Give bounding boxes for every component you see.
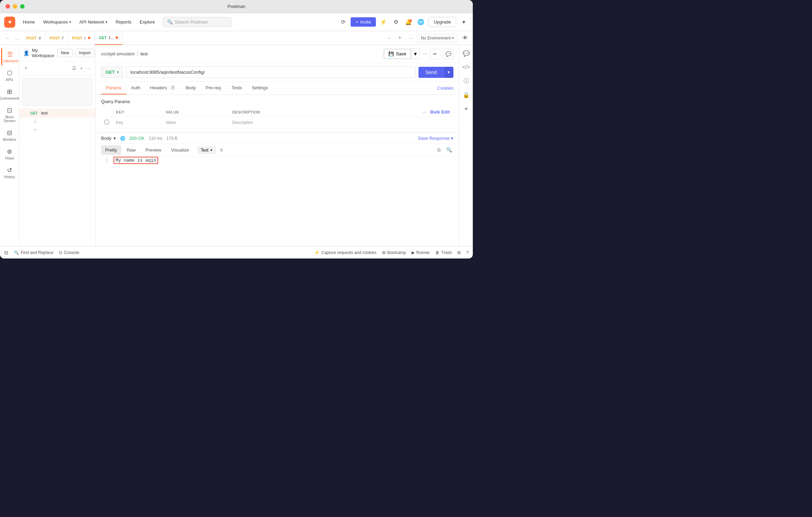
- bulk-edit-button[interactable]: Bulk Edit: [430, 110, 450, 115]
- format-chevron-icon: ▾: [210, 148, 212, 152]
- import-button[interactable]: Import: [75, 49, 94, 57]
- sidebar-item-flows[interactable]: ⊛ Flows: [1, 145, 18, 163]
- bootcamp-button[interactable]: ⊞ Bootcamp: [382, 250, 406, 255]
- nav-home[interactable]: Home: [19, 17, 38, 27]
- tab-forward-button[interactable]: ...: [12, 33, 22, 43]
- sidebar-item-environments[interactable]: ⊞ Environments: [1, 85, 18, 103]
- runner-button[interactable]: ▶ Runner: [412, 250, 430, 255]
- connect-icon[interactable]: ⚡: [379, 17, 388, 27]
- capture-icon: ⚡: [314, 250, 319, 255]
- layout-icon[interactable]: ⊟: [4, 250, 8, 255]
- find-replace-icon: 🔍: [14, 250, 19, 255]
- eye-icon[interactable]: 👁: [460, 33, 470, 43]
- value-cell[interactable]: Value: [162, 117, 229, 128]
- find-replace-button[interactable]: 🔍 Find and Replace: [14, 250, 53, 255]
- settings-icon[interactable]: ⚙: [391, 17, 401, 27]
- upgrade-chevron-icon[interactable]: ▾: [459, 17, 469, 27]
- tab-more-button[interactable]: ···: [406, 33, 416, 43]
- tab-next-icon[interactable]: →: [384, 33, 394, 43]
- filter-icon[interactable]: ☰: [71, 65, 77, 72]
- wrap-lines-icon[interactable]: ≡: [220, 147, 223, 153]
- nav-workspaces[interactable]: Workspaces ▾: [40, 17, 74, 27]
- grid-layout-icon[interactable]: ⊞: [457, 250, 461, 255]
- close-button[interactable]: [6, 4, 10, 9]
- maximize-button[interactable]: [20, 4, 25, 9]
- right-info-icon[interactable]: ⓘ: [461, 75, 472, 87]
- more-options-icon[interactable]: ···: [423, 51, 427, 57]
- sidebar-item-apis[interactable]: ⬡ APIs: [1, 66, 18, 84]
- tab-back-button[interactable]: ←: [3, 33, 12, 43]
- row-checkbox[interactable]: [105, 120, 109, 124]
- notification-icon[interactable]: 🔔: [404, 17, 413, 27]
- nav-explore[interactable]: Explore: [136, 17, 159, 27]
- sidebar-item-mock-servers[interactable]: ⊡ Mock Servers: [1, 104, 18, 126]
- sync-icon[interactable]: ⟳: [338, 17, 348, 27]
- right-cookie-icon[interactable]: 🔒: [461, 89, 472, 100]
- method-selector[interactable]: GET ▾: [101, 66, 123, 78]
- resp-tab-pretty[interactable]: Pretty: [101, 145, 121, 155]
- description-cell[interactable]: Description: [229, 117, 342, 128]
- help-button[interactable]: ?: [466, 250, 469, 255]
- minimize-button[interactable]: [13, 4, 17, 9]
- response-format-selector[interactable]: Text ▾: [197, 146, 216, 154]
- body-chevron-icon[interactable]: ▾: [114, 136, 116, 141]
- params-table: KEY VALUE DESCRIPTION ··· Bulk Edit: [101, 108, 453, 128]
- tab-params[interactable]: Params: [101, 82, 126, 94]
- console-button[interactable]: ⊡ Console: [59, 250, 79, 255]
- save-arrow-button[interactable]: ▾: [411, 49, 419, 59]
- tab-prereq[interactable]: Pre-req.: [201, 82, 227, 94]
- capture-button[interactable]: ⚡ Capture requests and cookies: [314, 250, 376, 255]
- tab-auth[interactable]: Auth: [126, 82, 145, 94]
- app-logo[interactable]: ✦: [4, 17, 15, 28]
- response-toolbar-right: ⧉ 🔍: [436, 146, 453, 154]
- tab-settings[interactable]: Settings: [247, 82, 273, 94]
- copy-icon[interactable]: ⧉: [436, 146, 442, 154]
- cookies-link[interactable]: Cookies: [437, 85, 453, 91]
- new-button[interactable]: New: [57, 49, 73, 57]
- history-icon: ↺: [7, 166, 12, 174]
- resp-tab-preview[interactable]: Preview: [141, 145, 165, 155]
- url-input[interactable]: [126, 66, 416, 78]
- tab-tests[interactable]: Tests: [227, 82, 247, 94]
- sidebar-item-monitors[interactable]: ⊟ Monitors: [1, 126, 18, 144]
- resp-tab-visualize[interactable]: Visualize: [167, 145, 193, 155]
- new-tab-button[interactable]: +: [395, 33, 405, 43]
- edit-icon[interactable]: ✏: [430, 49, 440, 59]
- right-settings-icon[interactable]: ✦: [461, 103, 472, 114]
- environment-selector[interactable]: No Environment ▾: [417, 34, 458, 42]
- right-code-icon[interactable]: </>: [461, 62, 472, 73]
- invite-button[interactable]: + Invite: [351, 17, 376, 27]
- tab-1[interactable]: POST f: [46, 31, 68, 45]
- search-response-icon[interactable]: 🔍: [445, 146, 453, 154]
- tree-item-label: test: [41, 111, 48, 116]
- more-options-icon[interactable]: ···: [85, 65, 91, 72]
- send-arrow-button[interactable]: ▾: [444, 67, 453, 78]
- right-comment-icon[interactable]: 💬: [461, 48, 472, 59]
- key-cell[interactable]: Key: [112, 117, 162, 128]
- save-button[interactable]: 💾 Send Save: [384, 49, 411, 58]
- avatar[interactable]: 🌐: [416, 17, 426, 27]
- tab-0[interactable]: POST e: [22, 31, 46, 45]
- tree-item-child-1[interactable]: ›: [19, 118, 95, 126]
- value-column-header: VALUE: [162, 108, 229, 117]
- sidebar-item-collections[interactable]: ☰ Collections: [1, 48, 18, 66]
- resp-tab-raw[interactable]: Raw: [123, 145, 140, 155]
- comment-icon[interactable]: 💬: [443, 49, 453, 59]
- nav-api-network[interactable]: API Network ▾: [76, 17, 111, 27]
- add-collection-icon[interactable]: +: [79, 65, 83, 72]
- tab-2[interactable]: POST r: [68, 31, 95, 45]
- tab-headers[interactable]: Headers 7: [145, 82, 181, 94]
- upgrade-button[interactable]: Upgrade: [428, 17, 456, 27]
- trash-button[interactable]: 🗑 Trash: [435, 250, 452, 255]
- more-params-icon[interactable]: ···: [423, 110, 426, 114]
- send-button[interactable]: Send: [418, 67, 444, 78]
- sidebar-item-history[interactable]: ↺ History: [1, 164, 18, 182]
- nav-reports[interactable]: Reports: [112, 17, 135, 27]
- tree-item-child-2[interactable]: ›: [19, 126, 95, 134]
- save-response-button[interactable]: Save Response ▾: [418, 136, 453, 141]
- tab-3[interactable]: GET t...: [95, 31, 123, 45]
- tab-body[interactable]: Body: [181, 82, 201, 94]
- search-bar[interactable]: 🔍 Search Postman: [163, 17, 232, 27]
- tree-item-get-test[interactable]: GET test: [19, 109, 95, 118]
- collapse-button[interactable]: ▾: [24, 65, 28, 71]
